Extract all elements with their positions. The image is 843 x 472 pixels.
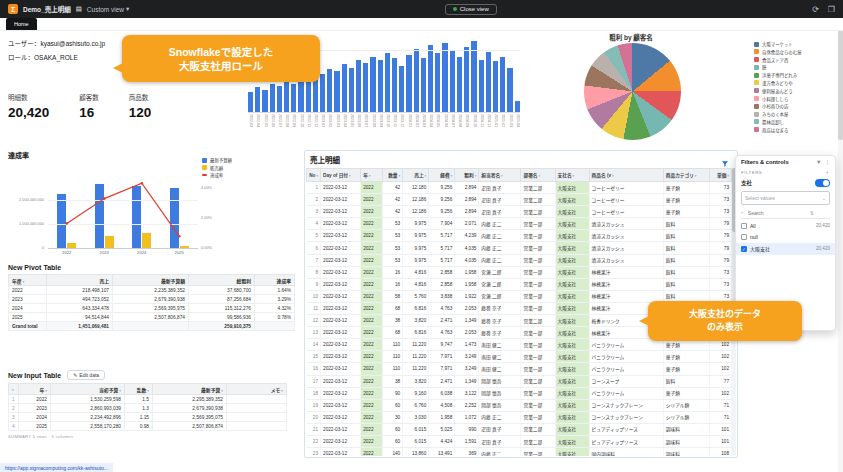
bar[interactable] — [262, 90, 267, 112]
tab-home[interactable]: Home — [6, 18, 37, 30]
table-row[interactable]: 52022-03-122022539,9755,7174,239内藤 正二営業一… — [307, 230, 732, 242]
legend-item[interactable]: 大阪マーケット — [754, 41, 836, 47]
bar[interactable] — [320, 74, 325, 112]
cell[interactable]: 2,507,806,874 — [153, 422, 227, 431]
checkbox[interactable]: ✓ — [741, 246, 747, 252]
cell[interactable]: 2023 — [19, 404, 51, 413]
column-header[interactable]: 部署名 — [521, 169, 555, 182]
panel-icon[interactable]: ❐ — [828, 5, 835, 14]
table-row[interactable]: 172022-03-122022383,8202,4711,349岡部 慎吾営業… — [307, 375, 732, 387]
table-row[interactable]: 162022-03-12202211011,2207,9713,249南田 健二… — [307, 363, 732, 375]
legend-item[interactable]: 販売額 — [202, 165, 232, 171]
cell[interactable]: 1.5 — [125, 395, 153, 404]
bar[interactable] — [457, 57, 462, 113]
legend-item[interactable]: 洋菓子専門どれみ — [754, 72, 836, 78]
column-header[interactable]: 売上 — [47, 275, 113, 286]
column-header[interactable]: 商品名 (v — [589, 169, 663, 182]
bar[interactable] — [464, 47, 469, 112]
cell[interactable] — [227, 395, 287, 404]
column-header[interactable]: 乱数 — [125, 384, 153, 395]
cell[interactable] — [227, 404, 287, 413]
bar[interactable] — [277, 86, 282, 112]
table-row[interactable]: 420252,558,170,2800.982,507,806,874 — [9, 422, 287, 431]
cell[interactable]: 1.15 — [125, 413, 153, 422]
table-row[interactable]: 2023494,723,0522,679,390,93887,256,6843.… — [9, 295, 295, 304]
column-header[interactable]: 粗利 — [455, 169, 479, 182]
table-row[interactable]: 182022-03-122022909,1606,0383,122岡部 慎吾営業… — [307, 387, 732, 399]
close-view-button[interactable]: Close view — [445, 4, 497, 15]
checkbox[interactable] — [741, 223, 747, 229]
column-header[interactable]: メモ — [227, 384, 287, 395]
filter-option[interactable]: All20,420 — [736, 220, 835, 232]
cell[interactable] — [227, 413, 287, 422]
bar[interactable] — [392, 58, 397, 112]
bar[interactable] — [479, 60, 484, 112]
bar[interactable] — [486, 52, 491, 112]
page-scrollbar[interactable] — [838, 30, 843, 472]
bar[interactable] — [500, 57, 505, 113]
filter-option[interactable]: ✓大阪支社20,420 — [736, 243, 835, 255]
bar[interactable] — [306, 82, 311, 112]
menu-icon[interactable]: ▤ — [76, 5, 82, 13]
legend-item[interactable]: 便利屋あんどう — [754, 88, 836, 94]
bar[interactable] — [298, 80, 303, 112]
bar[interactable] — [255, 87, 260, 112]
table-row[interactable]: 82022-03-122022164,8162,8581,958宮瀬 二郎営業一… — [307, 266, 732, 278]
legend-item[interactable]: 食品ストア西 — [754, 57, 836, 63]
scrollbar-thumb[interactable] — [838, 30, 843, 140]
table-row[interactable]: 202594,514,8442,507,806,87499,586,9360.7… — [9, 313, 295, 322]
bar[interactable] — [327, 69, 332, 112]
select-values-dropdown[interactable]: Select values ⌄ — [741, 191, 830, 205]
filter-search-input[interactable] — [746, 209, 808, 217]
bar[interactable] — [270, 84, 275, 112]
legend-item[interactable]: 膳 — [754, 64, 836, 70]
cell[interactable]: 2,295,389,352 — [153, 395, 227, 404]
legend-item[interactable]: 最新予算額 — [202, 157, 232, 163]
table-row[interactable]: 62022-03-122022539,9755,7174,035内藤 正二営業一… — [307, 242, 732, 254]
table-row[interactable]: 120221,530,259,5981.52,295,389,352 — [9, 395, 287, 404]
app-logo[interactable]: Σ — [8, 4, 18, 14]
table-row[interactable]: 12022-03-1220224212,1809,2562,894疋田 真子営業… — [307, 182, 732, 194]
table-row[interactable]: 42022-03-122022539,9757,9042,071内藤 正二営業一… — [307, 218, 732, 230]
cell[interactable]: 1.3 — [125, 404, 153, 413]
legend-item[interactable]: 漢方食みどりや — [754, 80, 836, 86]
bar[interactable] — [284, 81, 289, 112]
bar[interactable] — [399, 66, 404, 112]
legend-item[interactable]: 自然食品ならのむ屋 — [754, 49, 836, 55]
bar[interactable] — [248, 92, 253, 112]
cell[interactable]: 2024 — [19, 413, 51, 422]
table-row[interactable]: 202022-03-122022303,0301,9581,072内藤 正二営業… — [307, 411, 732, 423]
bar[interactable] — [507, 68, 512, 112]
table-row[interactable]: 212022-03-122022606,0155,025990疋田 真子営業二部… — [307, 423, 732, 435]
bar[interactable] — [334, 71, 339, 112]
custom-view-dropdown[interactable]: Custom view ▾ — [87, 5, 129, 13]
cell[interactable]: 2022 — [19, 395, 51, 404]
legend-item[interactable]: 商店はなまる — [754, 127, 836, 133]
sort-icon[interactable]: ⇅ — [810, 210, 814, 216]
table-row[interactable]: 152022-03-12202211011,2207,9713,249南田 健二… — [307, 351, 732, 363]
column-header[interactable]: 売上 — [403, 169, 429, 182]
column-header[interactable]: No — [307, 169, 321, 182]
cell[interactable]: 2025 — [19, 422, 51, 431]
cell[interactable]: 2,860,993,039 — [51, 404, 125, 413]
cell[interactable]: 2,234,492,896 — [51, 413, 125, 422]
branch-filter-toggle[interactable] — [815, 179, 830, 187]
cell[interactable]: 2,558,170,280 — [51, 422, 125, 431]
bar[interactable] — [450, 50, 455, 112]
bar[interactable] — [385, 53, 390, 112]
bar[interactable] — [291, 84, 296, 112]
column-header[interactable]: Day of 日付 — [321, 169, 361, 182]
column-header[interactable]: 総粗利 — [189, 275, 255, 286]
bar[interactable] — [406, 55, 411, 112]
bar[interactable] — [414, 49, 419, 112]
column-header[interactable]: 当初予算 — [51, 384, 125, 395]
bar[interactable] — [342, 64, 347, 112]
legend-item[interactable]: 小杉商ひの店 — [754, 103, 836, 109]
table-row[interactable]: 192022-03-122022606,7604,5082,252岡部 慎吾営業… — [307, 399, 732, 411]
table-row[interactable]: 92022-03-122022164,8162,8581,958宮瀬 二郎営業一… — [307, 278, 732, 290]
table-row[interactable]: 222022-03-122022606,0154,4241,591疋田 真子営業… — [307, 435, 732, 447]
column-header[interactable]: 年 — [361, 169, 383, 182]
column-header[interactable]: 経費 — [429, 169, 455, 182]
pie-chart[interactable] — [584, 43, 681, 140]
bar[interactable] — [428, 45, 433, 112]
